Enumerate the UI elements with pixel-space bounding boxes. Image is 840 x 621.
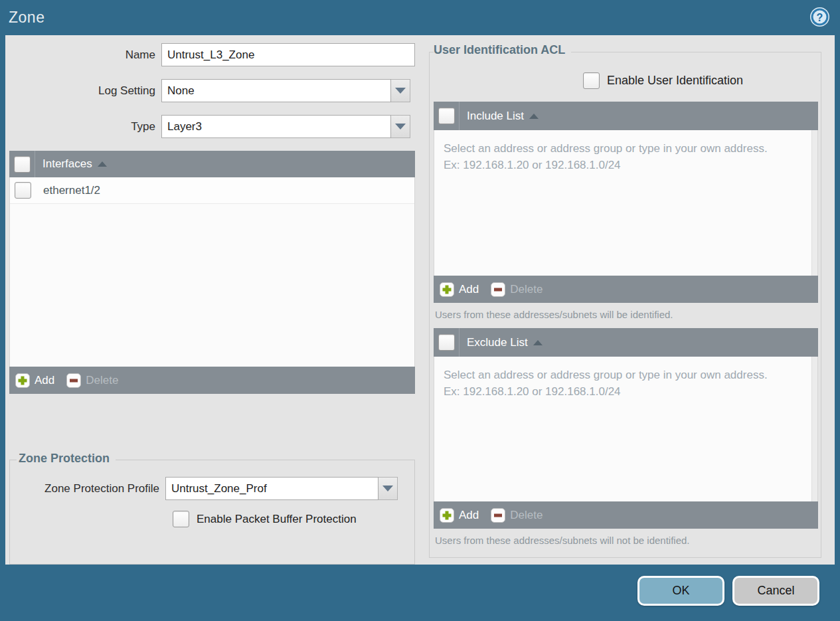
svg-text:?: ? xyxy=(817,12,823,23)
log-setting-dropdown-button[interactable] xyxy=(391,79,410,102)
exclude-list-header-label: Exclude List xyxy=(467,336,528,349)
type-row: Type xyxy=(9,115,415,138)
interfaces-add-button[interactable]: Add xyxy=(15,373,54,388)
minus-icon xyxy=(491,282,505,297)
zone-protection-profile-label: Zone Protection Profile xyxy=(10,482,165,495)
include-list-placeholder: Select an address or address group or ty… xyxy=(434,130,817,173)
interface-row-label: ethernet1/2 xyxy=(36,184,100,197)
plus-icon xyxy=(440,508,454,523)
user-identification-section: User Identification ACL Enable User Iden… xyxy=(428,35,823,565)
log-setting-input[interactable] xyxy=(161,79,391,102)
include-list-body[interactable]: Select an address or address group or ty… xyxy=(434,130,818,276)
exclude-list-body[interactable]: Select an address or address group or ty… xyxy=(434,357,818,501)
interfaces-select-all-checkbox[interactable] xyxy=(14,156,31,173)
left-column: Name Log Setting Type xyxy=(9,35,415,565)
exclude-list-table: Exclude List Select an address or addres… xyxy=(434,328,818,529)
exclude-list-header: Exclude List xyxy=(434,328,818,357)
add-button-label: Add xyxy=(35,374,54,387)
enable-user-id-checkbox[interactable] xyxy=(583,72,600,89)
include-select-all-checkbox[interactable] xyxy=(438,108,455,124)
log-setting-label: Log Setting xyxy=(9,84,161,98)
sort-ascending-icon xyxy=(529,114,539,119)
user-id-acl-legend: User Identification ACL xyxy=(434,43,571,57)
include-list-footer: Add Delete xyxy=(434,276,818,303)
interfaces-delete-button[interactable]: Delete xyxy=(66,373,118,388)
zone-protection-legend: Zone Protection xyxy=(17,452,116,466)
enable-packet-buffer-label: Enable Packet Buffer Protection xyxy=(197,513,357,526)
exclude-list-footer: Add Delete xyxy=(434,501,818,529)
delete-button-label: Delete xyxy=(86,374,118,387)
minus-icon xyxy=(66,373,81,388)
include-list-table: Include List Select an address or addres… xyxy=(434,102,818,303)
include-list-header: Include List xyxy=(434,102,818,130)
include-add-button[interactable]: Add xyxy=(440,282,479,297)
interfaces-table-header: Interfaces xyxy=(9,151,415,177)
exclude-delete-button[interactable]: Delete xyxy=(491,508,543,523)
zone-protection-profile-row: Zone Protection Profile xyxy=(10,477,414,500)
enable-user-id-row: Enable User Identification xyxy=(428,72,823,89)
exclude-add-button[interactable]: Add xyxy=(440,508,479,523)
cancel-button[interactable]: Cancel xyxy=(732,576,819,606)
exclude-select-all-checkbox[interactable] xyxy=(438,334,455,351)
sort-ascending-icon xyxy=(533,340,543,345)
name-label: Name xyxy=(9,48,161,62)
type-label: Type xyxy=(9,120,161,133)
interfaces-table-body: ethernet1/2 xyxy=(9,177,415,367)
name-input[interactable] xyxy=(161,43,415,66)
acl-lists: Include List Select an address or addres… xyxy=(434,102,818,554)
enable-user-id-label: Enable User Identification xyxy=(607,74,743,88)
plus-icon xyxy=(15,373,30,388)
type-dropdown-button[interactable] xyxy=(391,115,410,138)
interfaces-table-footer: Add Delete xyxy=(9,367,415,394)
interfaces-header-label: Interfaces xyxy=(42,157,92,171)
scrollbar-gutter xyxy=(811,130,817,276)
delete-button-label: Delete xyxy=(510,509,543,522)
dialog-titlebar: Zone xyxy=(0,0,840,35)
include-delete-button[interactable]: Delete xyxy=(491,282,543,297)
exclude-list-caption: Users from these addresses/subnets will … xyxy=(435,535,818,548)
table-row[interactable]: ethernet1/2 xyxy=(10,177,414,204)
zone-protection-profile-dropdown-button[interactable] xyxy=(378,477,398,500)
name-row: Name xyxy=(9,43,415,66)
chevron-down-icon xyxy=(395,124,406,130)
interfaces-column-header[interactable]: Interfaces xyxy=(35,157,107,171)
type-input[interactable] xyxy=(161,115,391,138)
log-setting-row: Log Setting xyxy=(9,79,415,102)
chevron-down-icon xyxy=(382,486,393,491)
interfaces-table: Interfaces ethernet1/2 Add xyxy=(9,151,415,394)
help-icon[interactable]: ? xyxy=(809,7,830,27)
zone-protection-profile-input[interactable] xyxy=(165,477,378,500)
add-button-label: Add xyxy=(459,509,479,522)
scrollbar-gutter xyxy=(811,357,817,501)
minus-icon xyxy=(491,508,505,523)
plus-icon xyxy=(440,282,454,297)
include-list-caption: Users from these addresses/subnets will … xyxy=(435,309,818,322)
delete-button-label: Delete xyxy=(510,283,543,296)
dialog-body: Name Log Setting Type xyxy=(5,35,835,565)
include-list-column-header[interactable]: Include List xyxy=(460,110,539,123)
ok-button[interactable]: OK xyxy=(637,576,724,606)
enable-packet-buffer-checkbox[interactable] xyxy=(173,511,189,527)
page-title: Zone xyxy=(9,9,44,27)
chevron-down-icon xyxy=(395,88,406,94)
interface-row-checkbox[interactable] xyxy=(15,182,31,199)
packet-buffer-row: Enable Packet Buffer Protection xyxy=(173,511,414,527)
include-list-header-label: Include List xyxy=(467,110,524,123)
exclude-list-placeholder: Select an address or address group or ty… xyxy=(434,357,817,400)
exclude-list-column-header[interactable]: Exclude List xyxy=(460,336,543,349)
add-button-label: Add xyxy=(459,283,479,296)
zone-protection-fieldset: Zone Protection Zone Protection Profile … xyxy=(9,460,415,565)
sort-ascending-icon xyxy=(98,161,107,167)
